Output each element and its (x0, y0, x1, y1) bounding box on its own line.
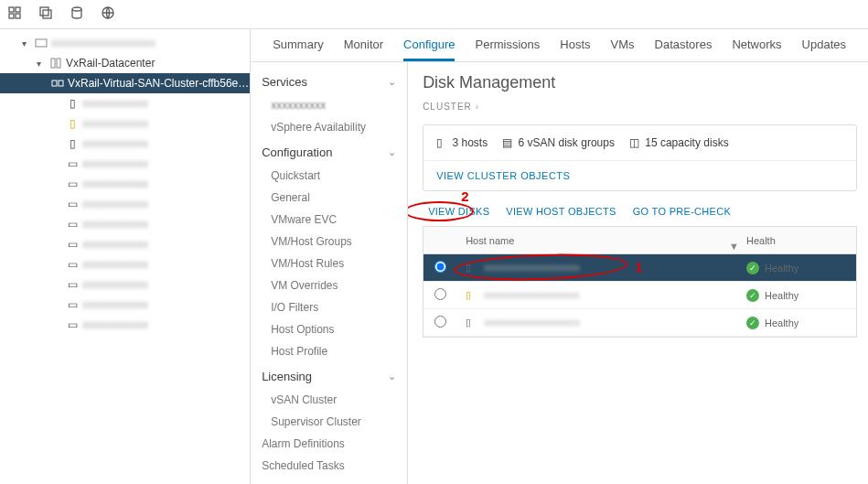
config-item-vsphere-availability[interactable]: vSphere Availability (251, 116, 407, 138)
check-icon: ✓ (746, 289, 759, 302)
svg-rect-5 (43, 10, 51, 18)
health-chip: ✓Healthy (746, 289, 856, 302)
inventory-tree[interactable]: ▾ xxxxxxxxxxxxxxxxxxx ▾ VxRail-Datacente… (0, 29, 251, 484)
tab-hosts[interactable]: Hosts (560, 38, 590, 61)
vm-icon: ▭ (66, 157, 79, 170)
tab-updates[interactable]: Updates (802, 38, 846, 61)
config-item-host-profile[interactable]: Host Profile (251, 340, 407, 362)
tab-datastores[interactable]: Datastores (655, 38, 713, 61)
svg-rect-11 (52, 81, 57, 86)
config-item-vmhost-rules[interactable]: VM/Host Rules (251, 253, 407, 274)
vm-icon: ▭ (66, 318, 79, 331)
capacity-stat: ◫ 15 capacity disks (629, 136, 729, 149)
config-item-scheduled-tasks[interactable]: Scheduled Tasks (251, 455, 407, 477)
config-item-alarm-definitions[interactable]: Alarm Definitions (251, 433, 407, 455)
vm-node[interactable]: ▭xxxxxxxxxxxx (0, 194, 250, 214)
config-item-evc[interactable]: VMware EVC (251, 209, 407, 231)
breadcrumb[interactable]: CLUSTER› (423, 102, 868, 112)
vms-view-icon[interactable] (38, 5, 53, 23)
row-radio[interactable] (434, 288, 446, 300)
vm-node[interactable]: ▭xxxxxxxxxxxx (0, 295, 250, 315)
svg-rect-9 (51, 59, 55, 68)
go-to-precheck-button[interactable]: GO TO PRE-CHECK (633, 206, 731, 217)
vcenter-node[interactable]: ▾ xxxxxxxxxxxxxxxxxxx (0, 33, 250, 53)
host-node[interactable]: ▯xxxxxxxxxxxx (0, 93, 250, 113)
configure-sidebar[interactable]: Services⌄ xxxxxxxxxx vSphere Availabilit… (251, 62, 408, 484)
host-icon: ▯ (466, 262, 478, 274)
vm-node[interactable]: ▭xxxxxxxxxxxx (0, 174, 250, 194)
vm-icon: ▭ (66, 278, 79, 291)
svg-rect-1 (16, 7, 20, 12)
vcenter-label: xxxxxxxxxxxxxxxxxxx (51, 37, 250, 49)
tab-configure[interactable]: Configure (403, 38, 455, 61)
datacenter-node[interactable]: ▾ VxRail-Datacenter (0, 53, 250, 73)
chevron-down-icon: ⌄ (388, 371, 396, 382)
svg-rect-8 (36, 39, 47, 47)
section-licensing[interactable]: Licensing⌄ (251, 362, 407, 389)
table-row[interactable]: ▯xxxxxxxxxxxxxxxxxxx ✓Healthy (423, 282, 856, 309)
cluster-label: VxRail-Virtual-SAN-Cluster-cffb56e2-bdd2… (68, 77, 250, 90)
section-configuration[interactable]: Configuration⌄ (251, 138, 407, 165)
host-warn-icon: ▯ (66, 117, 79, 130)
vm-node[interactable]: ▭xxxxxxxxxxxx (0, 315, 250, 335)
vm-icon: ▭ (66, 218, 79, 231)
tab-summary[interactable]: Summary (273, 38, 324, 61)
column-host-name[interactable]: Host name▼ (456, 235, 746, 246)
health-chip: ✓Healthy (746, 317, 856, 329)
table-row[interactable]: ▯xxxxxxxxxxxxxxxxxxx ✓Healthy (423, 309, 856, 337)
svg-rect-0 (9, 7, 14, 12)
vm-node[interactable]: ▭xxxxxxxxxxxx (0, 254, 250, 274)
storage-view-icon[interactable] (70, 5, 84, 23)
filter-icon[interactable]: ▼ (729, 241, 739, 252)
host-icon: ▯ (466, 317, 478, 329)
check-icon: ✓ (746, 262, 759, 274)
config-item-vm-overrides[interactable]: VM Overrides (251, 274, 407, 296)
view-disks-button[interactable]: VIEW DISKS (428, 206, 489, 217)
config-item[interactable]: xxxxxxxxxx (251, 94, 407, 116)
config-item-quickstart[interactable]: Quickstart (251, 165, 407, 187)
tab-networks[interactable]: Networks (732, 38, 781, 61)
cluster-node[interactable]: VxRail-Virtual-SAN-Cluster-cffb56e2-bdd2… (0, 73, 250, 93)
config-item-vmhost-groups[interactable]: VM/Host Groups (251, 231, 407, 253)
config-item-host-options[interactable]: Host Options (251, 318, 407, 340)
vm-node[interactable]: ▭xxxxxxxxxxxx (0, 234, 250, 254)
host-name-cell: xxxxxxxxxxxxxxxxxxx (484, 262, 580, 273)
svg-rect-10 (57, 59, 60, 68)
section-services[interactable]: Services⌄ (251, 68, 407, 94)
vm-node[interactable]: ▭xxxxxxxxxxxx (0, 214, 250, 234)
table-actions: VIEW DISKS VIEW HOST OBJECTS GO TO PRE-C… (423, 200, 868, 226)
table-row[interactable]: ▯xxxxxxxxxxxxxxxxxxx ✓Healthy (423, 254, 856, 282)
view-cluster-objects-link[interactable]: VIEW CLUSTER OBJECTS (423, 161, 856, 190)
host-node[interactable]: ▯xxxxxxxxxxxx (0, 113, 250, 134)
vm-node[interactable]: ▭xxxxxxxxxxxx (0, 154, 250, 174)
vm-icon: ▭ (66, 177, 79, 190)
config-item-vsan-cluster[interactable]: vSAN Cluster (251, 389, 407, 411)
config-item-supervisor-cluster[interactable]: Supervisor Cluster (251, 411, 407, 433)
network-view-icon[interactable] (101, 5, 115, 23)
disk-icon: ◫ (629, 136, 642, 149)
tab-monitor[interactable]: Monitor (344, 38, 383, 61)
config-item-general[interactable]: General (251, 187, 407, 209)
tab-vms[interactable]: VMs (611, 38, 635, 61)
view-host-objects-button[interactable]: VIEW HOST OBJECTS (506, 206, 616, 217)
chevron-down-icon: ⌄ (388, 146, 396, 158)
vm-node[interactable]: ▭xxxxxxxxxxxx (0, 274, 250, 295)
hosts-stat: ▯ 3 hosts (436, 136, 488, 149)
svg-rect-12 (59, 81, 63, 86)
hosts-table: Host name▼ Health ▯xxxxxxxxxxxxxxxxxxx ✓… (423, 226, 857, 338)
column-health[interactable]: Health (746, 235, 856, 246)
row-radio[interactable] (434, 261, 446, 273)
datacenter-icon (49, 57, 62, 70)
host-icon: ▯ (436, 136, 449, 149)
datacenter-label: VxRail-Datacenter (66, 57, 250, 70)
cluster-icon (51, 77, 64, 90)
section-cluster-services[interactable]: vSphere Cluster Services⌄ (251, 477, 407, 484)
host-name-cell: xxxxxxxxxxxxxxxxxxx (484, 289, 580, 300)
vm-icon: ▭ (66, 258, 79, 271)
host-name-cell: xxxxxxxxxxxxxxxxxxx (484, 317, 580, 328)
hosts-view-icon[interactable] (7, 5, 22, 23)
config-item-io-filters[interactable]: I/O Filters (251, 296, 407, 318)
host-node[interactable]: ▯xxxxxxxxxxxx (0, 134, 250, 154)
row-radio[interactable] (434, 316, 446, 328)
tab-permissions[interactable]: Permissions (475, 38, 540, 61)
